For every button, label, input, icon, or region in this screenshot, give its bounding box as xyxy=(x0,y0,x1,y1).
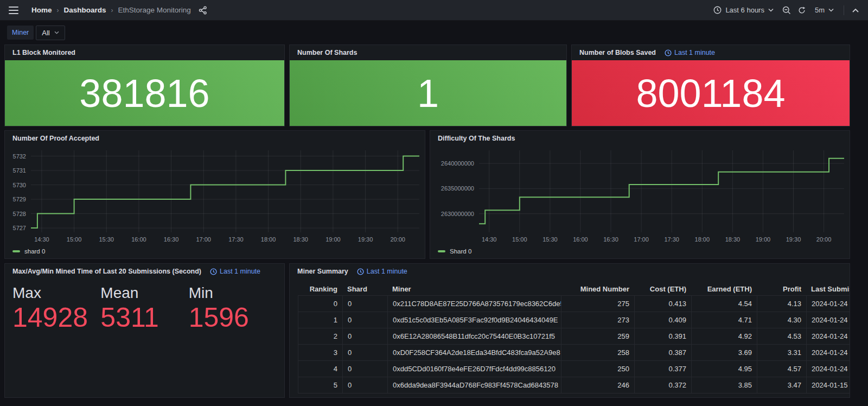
svg-text:5732: 5732 xyxy=(13,153,26,160)
table-cell: 4.57 xyxy=(757,361,807,377)
table-cell: 259 xyxy=(561,328,635,344)
svg-text:18:00: 18:00 xyxy=(695,236,710,243)
table-cell: 0x6E12A28086548B11dfcc20c75440E0B3c10721… xyxy=(388,328,561,344)
panel-miner-summary: Miner Summary Last 1 minute RankingShard… xyxy=(289,263,850,398)
table-row: 400xdd5CDd0160f78e4eFE26D7fFdcf4dd99c885… xyxy=(298,360,850,377)
stat-max-label: Max xyxy=(12,284,100,302)
stat-max-value: 14928 xyxy=(12,304,100,331)
table-cell: 0.377 xyxy=(635,361,692,377)
panel-shard-difficulty: Difficulty Of The Shards 263000000026350… xyxy=(430,130,850,259)
time-range-picker[interactable]: Last 6 hours xyxy=(709,3,778,17)
table-cell: 2024-01-24 18 xyxy=(807,345,850,360)
svg-text:5731: 5731 xyxy=(13,167,26,174)
table-cell: 1 xyxy=(298,312,343,328)
table-cell: 3.47 xyxy=(757,377,807,393)
chevron-down-icon xyxy=(828,8,834,12)
refresh-interval-dropdown[interactable]: 5m xyxy=(810,3,838,17)
column-header[interactable]: Profit xyxy=(757,282,806,295)
column-header[interactable]: Earned (ETH) xyxy=(691,282,757,295)
time-range-label: Last 6 hours xyxy=(725,6,764,14)
table-cell: 0xD0F258CF364A2de18Eda34BfdC483fca9a52A9… xyxy=(388,345,561,360)
svg-text:5730: 5730 xyxy=(13,182,26,188)
stat-mean: Mean 5311 xyxy=(100,284,188,331)
table-row: 300xD0F258CF364A2de18Eda34BfdC483fca9a52… xyxy=(298,344,850,360)
table-cell: 2024-01-24 16 xyxy=(807,312,850,328)
legend-swatch xyxy=(438,250,445,252)
table-cell: 2024-01-24 13 xyxy=(807,328,850,344)
column-header[interactable]: Mined Number xyxy=(561,282,634,295)
column-header[interactable]: Cost (ETH) xyxy=(634,282,691,295)
svg-text:2640000000: 2640000000 xyxy=(441,160,474,167)
table-cell: 0.409 xyxy=(635,312,692,328)
refresh-icon[interactable] xyxy=(795,4,808,17)
svg-text:20:00: 20:00 xyxy=(816,236,832,243)
table-row: 000x211C78D8AE87E25D766A873576179ec8362C… xyxy=(298,295,850,312)
table-cell: 273 xyxy=(561,312,635,328)
table-cell: 3.69 xyxy=(692,345,757,360)
legend-item-shard0[interactable]: Shard 0 xyxy=(438,246,471,256)
hamburger-menu-icon[interactable] xyxy=(7,4,21,16)
column-header[interactable]: Shard xyxy=(342,282,387,295)
stat-background: 381816 xyxy=(5,60,284,126)
column-header[interactable]: Last Submission xyxy=(806,282,850,295)
svg-text:5729: 5729 xyxy=(13,196,26,202)
zoom-out-icon[interactable] xyxy=(780,4,793,17)
nav-divider xyxy=(844,5,844,15)
panel-title: Number Of Proof Accepted xyxy=(12,135,99,142)
svg-text:18:00: 18:00 xyxy=(261,236,276,243)
collapse-caret-up-icon[interactable] xyxy=(850,5,861,15)
svg-text:15:00: 15:00 xyxy=(67,236,82,243)
proof-accepted-chart[interactable]: 57275728572957305731573214:3015:0015:301… xyxy=(5,146,425,245)
table-cell: 4.71 xyxy=(692,312,757,328)
variable-miner-value: All xyxy=(42,29,49,37)
table-cell: 0x6dda9dea8F3944aD768Fc983Ff4578Cad68435… xyxy=(388,377,561,393)
stat-min: Min 1596 xyxy=(189,284,277,331)
table-cell: 4.13 xyxy=(757,296,807,312)
table-cell: 3 xyxy=(298,345,343,360)
breadcrumb-dashboards[interactable]: Dashboards xyxy=(64,6,106,14)
stat-max: Max 14928 xyxy=(12,284,100,331)
table-cell: 0 xyxy=(343,312,388,328)
svg-text:5727: 5727 xyxy=(13,225,26,231)
miner-summary-table: RankingShardMinerMined NumberCost (ETH)E… xyxy=(298,282,850,394)
shards-value: 1 xyxy=(417,71,439,116)
table-cell: 0.391 xyxy=(635,328,692,344)
legend-item-shard0[interactable]: shard 0 xyxy=(12,246,45,256)
share-icon[interactable] xyxy=(196,4,209,17)
svg-text:16:30: 16:30 xyxy=(603,236,618,243)
svg-text:2630000000: 2630000000 xyxy=(441,211,474,217)
table-cell: 0xdd5CDd0160f78e4eFE26D7fFdcf4dd99c88561… xyxy=(388,361,561,377)
table-cell: 0xd51c5c0d3Eb5A085F3Fac92f0d9B2404643404… xyxy=(388,312,561,328)
svg-text:14:30: 14:30 xyxy=(34,236,49,243)
svg-text:19:00: 19:00 xyxy=(326,236,341,243)
breadcrumb-separator-icon: › xyxy=(57,7,59,14)
legend-label: Shard 0 xyxy=(450,248,471,255)
table-cell: 2024-01-15 04 xyxy=(807,377,850,393)
table-cell: 0.372 xyxy=(635,377,692,393)
panel-title: Number of Blobs Saved xyxy=(579,49,656,56)
table-cell: 275 xyxy=(561,296,635,312)
panel-title: Max/Avg/Min Mined Time of Last 20 Submis… xyxy=(12,268,201,275)
svg-text:16:00: 16:00 xyxy=(131,236,146,243)
panel-l1-block-monitored: L1 Block Monitored 381816 xyxy=(4,45,285,126)
shard-difficulty-chart[interactable]: 26300000002635000000264000000014:3015:00… xyxy=(430,146,850,245)
clock-icon xyxy=(210,268,217,275)
svg-text:20:00: 20:00 xyxy=(390,236,405,243)
breadcrumb-home[interactable]: Home xyxy=(31,6,52,14)
svg-text:19:30: 19:30 xyxy=(786,236,801,243)
table-cell: 0.413 xyxy=(635,296,692,312)
column-header[interactable]: Miner xyxy=(387,282,561,295)
table-cell: 4.53 xyxy=(757,328,807,344)
stat-background: 8001184 xyxy=(572,60,850,126)
svg-text:15:30: 15:30 xyxy=(542,236,558,243)
table-row: 100xd51c5c0d3Eb5A085F3Fac92f0d9B24046434… xyxy=(298,312,850,328)
chevron-down-icon xyxy=(768,8,774,12)
clock-icon xyxy=(357,268,364,275)
table-cell: 0 xyxy=(343,328,388,344)
column-header[interactable]: Ranking xyxy=(298,282,342,295)
variable-miner-dropdown[interactable]: All xyxy=(36,26,65,40)
time-override-badge: Last 1 minute xyxy=(665,49,715,56)
svg-text:19:30: 19:30 xyxy=(358,236,373,243)
table-cell: 3.31 xyxy=(757,345,807,360)
svg-text:2635000000: 2635000000 xyxy=(441,185,474,192)
